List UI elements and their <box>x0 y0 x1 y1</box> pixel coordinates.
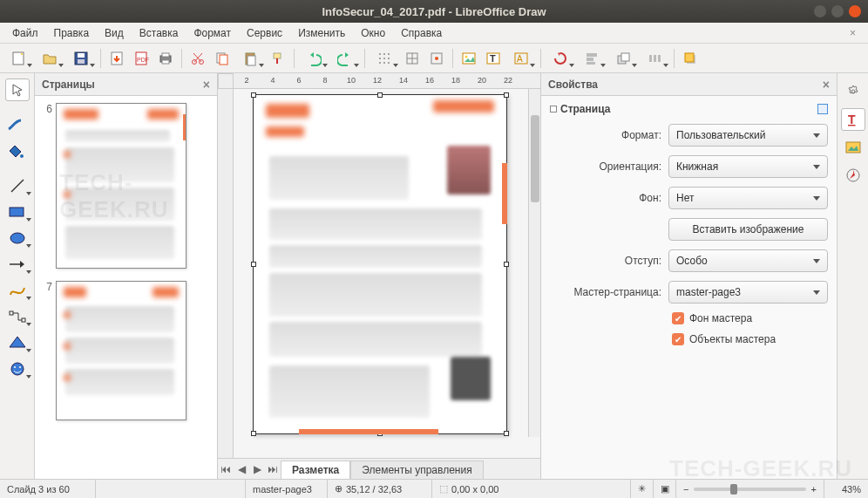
orientation-select[interactable]: Книжная <box>668 155 828 178</box>
curve-tool[interactable] <box>5 279 30 302</box>
fontwork-button[interactable]: A <box>506 47 536 70</box>
zoom-value[interactable]: 43% <box>824 480 868 498</box>
align-button[interactable] <box>577 47 607 70</box>
vertical-scrollbar[interactable] <box>528 89 540 437</box>
tab-nav-next[interactable]: ▶ <box>249 459 265 479</box>
select-tool[interactable] <box>5 78 30 101</box>
shadow-button[interactable] <box>679 47 702 70</box>
fill-color-tool[interactable] <box>5 140 30 162</box>
menu-format[interactable]: Формат <box>186 24 238 42</box>
zoom-slider[interactable] <box>694 488 805 491</box>
helplines-button[interactable] <box>401 47 424 70</box>
arrange-button[interactable] <box>608 47 638 70</box>
tab-nav-last[interactable]: ⏭ <box>265 459 281 479</box>
open-button[interactable] <box>35 47 64 70</box>
svg-text:T: T <box>490 53 496 64</box>
svg-rect-16 <box>248 56 255 65</box>
properties-panel-close[interactable]: × <box>823 78 830 92</box>
indent-select[interactable]: Особо <box>668 249 828 272</box>
sidebar-properties-icon[interactable]: T <box>841 108 865 131</box>
tab-layout[interactable]: Разметка <box>281 460 350 479</box>
menu-view[interactable]: Вид <box>98 24 131 42</box>
line-tool[interactable] <box>5 174 30 197</box>
vertical-ruler[interactable] <box>218 89 234 458</box>
minimize-button[interactable] <box>814 5 826 17</box>
tab-nav-prev[interactable]: ◀ <box>234 459 249 479</box>
status-position: ⊕35,12 / 32,63 <box>328 480 432 498</box>
statusbar: Слайд 3 из 60 master-page3 ⊕35,12 / 32,6… <box>0 479 868 498</box>
insert-image-button[interactable] <box>458 47 480 70</box>
export-pdf-button[interactable]: PDF <box>130 47 153 70</box>
clone-format-button[interactable] <box>267 47 289 70</box>
checked-icon: ✔ <box>672 333 684 345</box>
pages-panel-close[interactable]: × <box>203 78 210 92</box>
menu-tools[interactable]: Сервис <box>240 24 289 42</box>
menu-file[interactable]: Файл <box>5 24 45 42</box>
symbol-shapes-tool[interactable] <box>5 358 30 380</box>
paste-button[interactable] <box>235 47 265 70</box>
menu-help[interactable]: Справка <box>394 24 449 42</box>
format-select[interactable]: Пользовательский <box>668 124 828 147</box>
master-obj-checkbox[interactable]: ✔ Объекты мастера <box>672 333 828 345</box>
horizontal-ruler[interactable]: 246810121416182022 <box>234 73 540 89</box>
save-button[interactable] <box>66 47 96 70</box>
page-section-header[interactable]: Страница <box>550 103 828 115</box>
zoom-out-icon[interactable]: − <box>683 484 688 495</box>
indent-label: Отступ: <box>550 255 661 267</box>
master-page-select[interactable]: master-page3 <box>668 281 828 304</box>
menu-modify[interactable]: Изменить <box>291 24 352 42</box>
grid-button[interactable] <box>370 47 399 70</box>
rotate-button[interactable] <box>546 47 575 70</box>
svg-text:A: A <box>517 54 523 64</box>
sidebar-navigator-icon[interactable] <box>841 164 865 187</box>
close-button[interactable] <box>849 5 861 17</box>
zoom-slider-cell[interactable]: − + <box>676 480 824 498</box>
ellipse-tool[interactable] <box>5 227 30 249</box>
redo-button[interactable] <box>330 47 360 70</box>
status-layer[interactable] <box>96 480 246 498</box>
export-button[interactable] <box>105 47 128 70</box>
rectangle-tool[interactable] <box>5 201 30 223</box>
main-toolbar: PDF T A <box>0 44 868 73</box>
print-button[interactable] <box>154 47 177 70</box>
copy-button[interactable] <box>211 47 234 70</box>
background-select[interactable]: Нет <box>668 187 828 209</box>
menu-insert[interactable]: Вставка <box>132 24 186 42</box>
page-thumb-6[interactable]: 6 <box>40 103 212 269</box>
page-thumb-7[interactable]: 7 <box>40 281 212 420</box>
textbox-button[interactable]: T <box>482 47 505 70</box>
undo-button[interactable] <box>299 47 329 70</box>
distribute-button[interactable] <box>640 47 669 70</box>
line-color-tool[interactable] <box>5 113 30 136</box>
zoom-in-icon[interactable]: + <box>811 484 817 495</box>
insert-image-button-side[interactable]: Вставить изображение <box>668 218 828 241</box>
svg-marker-53 <box>10 337 25 347</box>
svg-rect-41 <box>649 55 652 62</box>
svg-point-55 <box>14 366 16 368</box>
arrow-tool[interactable] <box>5 253 30 276</box>
menu-window[interactable]: Окно <box>354 24 392 42</box>
svg-rect-4 <box>78 59 85 64</box>
maximize-button[interactable] <box>831 5 844 17</box>
drawing-canvas[interactable] <box>234 89 540 458</box>
snap-button[interactable] <box>425 47 448 70</box>
pages-panel-title: Страницы <box>42 78 95 91</box>
tab-nav-first[interactable]: ⏮ <box>218 459 234 479</box>
tab-controls[interactable]: Элементы управления <box>350 460 483 479</box>
status-master[interactable]: master-page3 <box>246 480 328 498</box>
more-options-icon[interactable] <box>817 104 828 114</box>
basic-shapes-tool[interactable] <box>5 331 30 354</box>
document-close-button[interactable]: × <box>843 25 863 41</box>
connector-tool[interactable] <box>5 305 30 328</box>
page-canvas[interactable] <box>253 94 507 434</box>
fit-page-button[interactable]: ▣ <box>654 480 676 498</box>
menu-edit[interactable]: Правка <box>47 24 97 42</box>
new-button[interactable] <box>3 47 33 70</box>
cut-button[interactable] <box>186 47 209 70</box>
svg-rect-43 <box>658 55 661 62</box>
sidebar-settings-icon[interactable] <box>841 80 865 103</box>
status-save-indicator[interactable]: ✳ <box>631 480 654 498</box>
master-bg-checkbox[interactable]: ✔ Фон мастера <box>672 312 828 324</box>
sidebar-gallery-icon[interactable] <box>841 136 865 159</box>
status-slide[interactable]: Слайд 3 из 60 <box>0 480 96 498</box>
